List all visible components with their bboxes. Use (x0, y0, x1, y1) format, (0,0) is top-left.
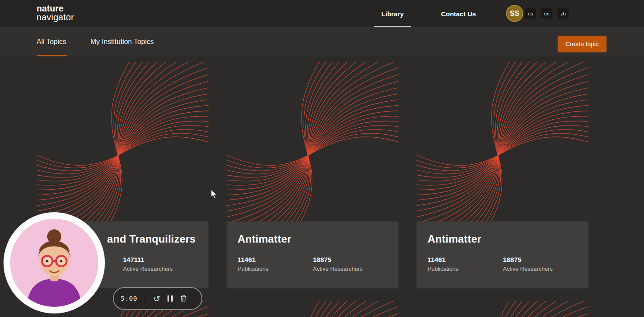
stat-value: 11461 (428, 256, 503, 263)
stat-value: 147111 (123, 256, 198, 263)
generative-line-art (37, 62, 208, 221)
pause-video-button[interactable] (168, 295, 173, 302)
stat-value: 11461 (238, 256, 313, 263)
generative-line-art (417, 301, 588, 317)
topic-card-stats: 11461 Publications 18875 Active Research… (428, 256, 577, 272)
topic-card-art (417, 62, 588, 221)
dismiss-video-button[interactable] (180, 295, 187, 302)
stat-publications: 11461 Publications (238, 256, 313, 272)
stat-value: 18875 (313, 256, 388, 263)
brand-line-2: navigator (37, 13, 74, 22)
video-controls: 5:00 ↺ (113, 287, 202, 310)
stat-label: Publications (428, 265, 503, 272)
language-switcher: es en zh (525, 8, 569, 18)
nature-navigator-logo[interactable]: nature navigator (37, 4, 74, 22)
tab-all-topics[interactable]: All Topics (37, 27, 66, 56)
stat-label: Publications (238, 265, 313, 272)
trash-icon (180, 295, 187, 302)
mouse-cursor (211, 189, 218, 199)
nav-library-active-underline (374, 26, 411, 27)
topic-card-title: Antimatter (428, 233, 577, 245)
topic-card-footer: Antimatter 11461 Publications 18875 Acti… (227, 221, 398, 288)
lang-zh-button[interactable]: zh (558, 8, 569, 18)
restart-video-button[interactable]: ↺ (153, 295, 160, 303)
lang-en-button[interactable]: en (541, 8, 552, 18)
nav-contact-us[interactable]: Contact Us (434, 0, 483, 27)
topic-card-footer: Antimatter 11461 Publications 18875 Acti… (417, 221, 588, 288)
topic-card-stats: 11461 Publications 18875 Active Research… (238, 256, 387, 272)
restart-icon: ↺ (153, 295, 160, 303)
topic-card-art (37, 62, 208, 221)
top-header: nature navigator Library Contact Us SS e… (0, 0, 644, 27)
topic-card-art (227, 62, 398, 221)
create-topic-button[interactable]: Create topic (558, 36, 607, 52)
controls-divider (144, 294, 144, 303)
topic-card-title: and Tranquilizers (107, 233, 197, 245)
user-avatar[interactable]: SS (506, 5, 523, 22)
stat-label: Active Researchers (313, 265, 388, 272)
brand-line-1: nature (37, 4, 74, 13)
generative-line-art (417, 62, 588, 221)
video-timer: 5:00 (121, 295, 138, 302)
stat-active-researchers: 18875 Active Researchers (503, 256, 578, 272)
tab-my-institution-topics[interactable]: My Institution Topics (90, 27, 154, 56)
stat-label: Active Researchers (503, 265, 578, 272)
video-presenter-bubble[interactable] (4, 212, 105, 313)
nav-library[interactable]: Library (374, 0, 411, 27)
stat-active-researchers: 147111 Active Researchers (123, 256, 198, 272)
topics-tab-bar: All Topics My Institution Topics Create … (0, 27, 644, 56)
presenter-illustration (10, 219, 98, 307)
stat-active-researchers: 18875 Active Researchers (313, 256, 388, 272)
stat-label: Active Researchers (123, 265, 198, 272)
stat-value: 18875 (503, 256, 578, 263)
lang-es-button[interactable]: es (525, 8, 536, 18)
tab-all-topics-active-underline (37, 55, 67, 56)
topic-card[interactable]: Antimatter 11461 Publications 18875 Acti… (227, 62, 398, 288)
stat-publications: 11461 Publications (428, 256, 503, 272)
topic-card-title: Antimatter (238, 233, 387, 245)
topic-card-peek (227, 301, 398, 317)
presenter-avatar (10, 219, 98, 307)
pause-icon (168, 295, 173, 302)
generative-line-art (227, 62, 398, 221)
topic-card[interactable]: Antimatter 11461 Publications 18875 Acti… (417, 62, 588, 288)
generative-line-art (227, 301, 398, 317)
topic-card-peek (417, 301, 588, 317)
